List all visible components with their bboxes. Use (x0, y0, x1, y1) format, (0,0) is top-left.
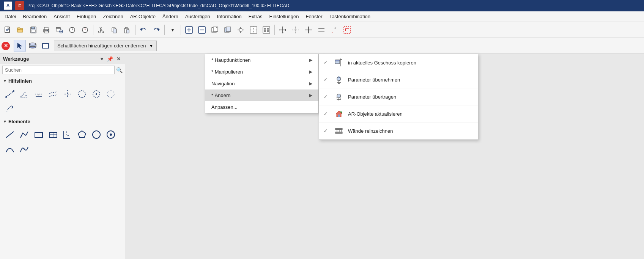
svg-line-96 (49, 95, 57, 96)
sep4 (181, 25, 181, 35)
tool-dashed-line[interactable] (3, 87, 17, 101)
tool-parallel-offset[interactable] (32, 87, 46, 101)
tool-circle-dashed[interactable] (75, 87, 89, 101)
rect-btn[interactable] (39, 40, 52, 52)
elemente-title: Elemente (8, 119, 30, 124)
menu-fenster[interactable]: Fenster (303, 13, 326, 20)
align-btn[interactable] (315, 24, 328, 36)
ctx-manipulieren[interactable]: * Manipulieren ▶ (205, 66, 318, 78)
print-btn[interactable] (40, 24, 52, 36)
3d-box-btn[interactable] (209, 24, 221, 36)
new-file-btn[interactable] (2, 24, 14, 36)
menu-extras[interactable]: Extras (246, 13, 266, 20)
tool-angle-line[interactable]: n (17, 87, 31, 101)
tool-arc[interactable] (3, 142, 17, 156)
svg-point-101 (96, 93, 97, 95)
crosshair-btn[interactable] (290, 24, 302, 36)
remove-btn[interactable] (196, 24, 208, 36)
tool-line[interactable] (3, 128, 17, 141)
time-btn2[interactable] (79, 24, 91, 36)
sub-ar-update[interactable]: ✓ AR-Objekte aktualisieren (319, 105, 478, 122)
cube-section-btn[interactable] (247, 24, 260, 36)
copy-btn[interactable] (108, 24, 120, 36)
tool-cross[interactable] (61, 87, 74, 101)
svg-rect-81 (335, 128, 342, 130)
tool-circle-small[interactable] (104, 128, 118, 141)
menu-zeichnen[interactable]: Zeichnen (100, 13, 126, 20)
grid-cross-btn[interactable] (302, 24, 315, 36)
svg-point-109 (93, 131, 100, 138)
hilfslinien-title: Hilfslinien (8, 78, 32, 84)
time-btn1[interactable] (66, 24, 78, 36)
menu-ausfertigen[interactable]: Ausfertigen (182, 13, 213, 20)
svg-rect-52 (263, 27, 270, 33)
search-icon[interactable]: 🔍 (116, 67, 123, 73)
toolbar-dropdown-btn[interactable]: Schaltflächen hinzufügen oder entfernen … (54, 41, 157, 51)
selection-btn[interactable] (14, 40, 26, 52)
redo-btn[interactable] (150, 24, 162, 36)
tool-arrow-curve[interactable] (3, 102, 17, 115)
tool-circle[interactable] (90, 128, 103, 141)
search-input[interactable] (2, 66, 115, 74)
hilfslinien-header[interactable]: ▼ Hilfslinien (0, 76, 125, 86)
menu-ansicht[interactable]: Ansicht (50, 13, 73, 20)
menu-information[interactable]: Information (214, 13, 245, 20)
werkzeuge-close-icon[interactable]: ✕ (115, 55, 122, 62)
svg-point-88 (13, 90, 14, 92)
menu-bearbeiten[interactable]: Bearbeiten (20, 13, 50, 20)
tool-circle-dot[interactable] (90, 87, 103, 101)
checkerboard-btn[interactable] (260, 24, 272, 36)
save-btn[interactable] (27, 24, 39, 36)
edit-btn[interactable] (341, 24, 353, 36)
copy-preview-btn[interactable] (53, 24, 65, 36)
layers-btn[interactable] (27, 40, 39, 52)
open-btn[interactable] (14, 24, 27, 36)
add-btn[interactable] (183, 24, 195, 36)
ctx-anpassen[interactable]: Anpassen... (205, 101, 318, 113)
tool-pentagon[interactable] (75, 128, 89, 141)
cut-btn[interactable] (95, 24, 107, 36)
menu-einfuegen[interactable]: Einfügen (74, 13, 99, 20)
pencil-btn[interactable] (328, 24, 340, 36)
tool-rectangle[interactable] (32, 128, 46, 141)
tool-polyline[interactable] (17, 128, 31, 141)
werkzeuge-unpin-icon[interactable]: 📌 (107, 55, 113, 62)
sub-param-take[interactable]: ✓ Parameter übernehmen (319, 71, 478, 88)
app-icon: A (4, 2, 12, 10)
svg-rect-6 (31, 27, 35, 29)
menu-einstellungen[interactable]: Einstellungen (266, 13, 302, 20)
menu-tastenkombination[interactable]: Tastenkombination (326, 13, 373, 20)
svg-rect-54 (267, 28, 269, 30)
werkzeuge-pin-icon[interactable]: ▾ (98, 55, 105, 62)
ctx-aendern[interactable]: * Ändern ▶ (205, 89, 318, 101)
sub-param-transfer[interactable]: ✓ Parameter übertragen (319, 88, 478, 105)
werkzeuge-panel: Werkzeuge ▾ 📌 ✕ 🔍 ▼ Hilfslinien n (0, 54, 125, 259)
titlebar: A E Proj:<CAD_Objekt1> Bauk:<EFH> Gesch:… (0, 0, 644, 11)
arrow-icon: ▶ (309, 69, 312, 74)
tool-dash-dash[interactable] (46, 87, 60, 101)
tool-l-shape[interactable] (61, 128, 74, 141)
svg-rect-43 (226, 27, 231, 31)
elemente-header[interactable]: ▼ Elemente (0, 117, 125, 126)
dropdown-label: Schaltflächen hinzufügen oder entfernen (57, 43, 146, 49)
menu-ar-objekte[interactable]: AR-Objekte (127, 13, 159, 20)
tool-circle-dashed2[interactable] (104, 87, 118, 101)
sub-copy-floor[interactable]: ✓ in aktuelles Geschoss kopieren (319, 54, 478, 71)
svg-rect-68 (43, 44, 49, 48)
svg-point-76 (337, 94, 341, 98)
param-take-icon (334, 74, 344, 85)
tool-spline[interactable] (17, 142, 31, 156)
move-btn[interactable] (277, 24, 289, 36)
ctx-hauptfunktionen[interactable]: * Hauptfunktionen ▶ (205, 54, 318, 66)
tool-multi-rect[interactable] (46, 128, 60, 141)
settings-btn[interactable] (235, 24, 247, 36)
cancel-btn[interactable]: ✕ (2, 42, 10, 50)
toolbar-dropdown-toggle[interactable]: ▼ (167, 24, 179, 36)
menu-datei[interactable]: Datei (2, 13, 19, 20)
sub-walls-draw[interactable]: ✓ Wände reinzeichnen (319, 122, 478, 140)
paste-btn[interactable] (121, 24, 133, 36)
3d-solid-btn[interactable] (222, 24, 234, 36)
ctx-navigation[interactable]: Navigation ▶ (205, 78, 318, 89)
menu-aendern[interactable]: Ändern (159, 13, 181, 20)
undo-btn[interactable] (137, 24, 150, 36)
